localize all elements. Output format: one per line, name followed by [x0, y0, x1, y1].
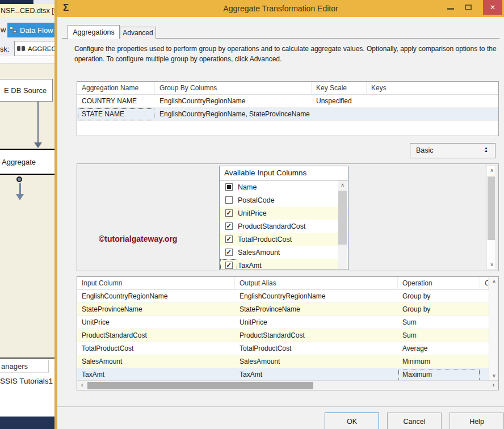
table-row[interactable]: SalesAmount SalesAmount Minimum	[77, 355, 489, 368]
close-button[interactable]: ✕	[483, 0, 502, 15]
cell-aggregation-name: COUNTRY NAME	[77, 95, 155, 108]
column-header[interactable]: Key Scale	[312, 82, 367, 95]
table-row[interactable]: EnglishCountryRegionName EnglishCountryR…	[77, 290, 489, 303]
dialog-titlebar[interactable]: Σ Aggregate Transformation Editor ✕	[57, 0, 504, 17]
dialog-title: Aggregate Transformation Editor	[57, 0, 504, 17]
checkbox-checked[interactable]: ✓	[225, 249, 233, 256]
scrollbar-thumb[interactable]	[338, 191, 347, 245]
table-row[interactable]: COUNTRY NAME EnglishCountryRegionName Un…	[77, 95, 498, 108]
name-column-header[interactable]: Name	[238, 183, 257, 191]
cell-group-by: EnglishCountryRegionName, StateProvinceN…	[155, 108, 312, 121]
connection-manager-item[interactable]: SSIS Tutorials1	[0, 377, 53, 385]
column-header[interactable]: Operation	[398, 277, 480, 290]
data-flow-tab-label: Data Flow	[20, 26, 53, 35]
cell-group-by: EnglishCountryRegionName	[155, 95, 312, 108]
maximize-button[interactable]	[465, 5, 472, 10]
task-label-partial: sk:	[0, 45, 10, 53]
scroll-down-icon[interactable]: ∨	[489, 371, 499, 380]
ole-db-source-box[interactable]: E DB Source	[0, 79, 53, 102]
available-input-columns-list: Name PostalCode ✓ UnitPrice ✓ Product	[220, 180, 348, 270]
list-item[interactable]: ✓ SalesAmount	[220, 246, 348, 259]
scroll-down-icon[interactable]: ∨	[487, 260, 497, 269]
status-bar	[0, 417, 57, 429]
table-row[interactable]: TotalProductCost TotalProductCost Averag…	[77, 342, 489, 355]
vs-top-notch	[33, 0, 57, 4]
table-row[interactable]: ProductStandardCost ProductStandardCost …	[77, 329, 489, 342]
checkbox-checked[interactable]: ✓	[225, 235, 233, 243]
scrollbar-thumb[interactable]	[87, 382, 313, 389]
table-row-selected[interactable]: TaxAmt TaxAmt Maximum	[77, 368, 489, 380]
cell-keys	[367, 108, 498, 121]
basic-advanced-toggle-button[interactable]: Basic ▲▲	[410, 143, 495, 158]
operation-cell-focused[interactable]: Maximum	[398, 368, 480, 380]
column-header[interactable]: Group By Columns	[155, 82, 312, 95]
design-surface: E DB Source Aggregate	[0, 64, 57, 358]
cell-key-scale	[312, 108, 367, 121]
scroll-right-icon[interactable]: ›	[489, 381, 498, 390]
output-grid-header: Input Column Output Alias Operation Comp…	[77, 277, 489, 290]
checkbox-unchecked[interactable]	[225, 196, 233, 204]
table-row-selected[interactable]: STATE NAME EnglishCountryRegionName, Sta…	[77, 108, 498, 121]
toolbar-gap	[0, 56, 57, 64]
aggregations-grid: Aggregation Name Group By Columns Key Sc…	[77, 81, 499, 136]
panel-vertical-scrollbar[interactable]: ∧ ∨	[486, 165, 496, 270]
table-row[interactable]: StateProvinceName StateProvinceName Grou…	[77, 303, 489, 316]
column-header[interactable]: Keys	[367, 82, 498, 95]
data-flow-icon	[10, 27, 17, 33]
list-header-row[interactable]: Name	[220, 180, 348, 194]
connection-managers-panel: anagers SSIS Tutorials1	[0, 358, 57, 417]
list-vertical-scrollbar[interactable]: ∧	[338, 180, 347, 269]
help-button[interactable]: Help	[450, 413, 504, 429]
list-item[interactable]: ✓ TotalProductCost	[220, 233, 348, 246]
tab-advanced[interactable]: Advanced	[120, 27, 156, 39]
cancel-button[interactable]: Cancel	[387, 413, 442, 429]
connector-line	[19, 183, 21, 195]
list-item[interactable]: PostalCode	[220, 194, 348, 207]
checkbox-checked[interactable]: ✓	[225, 262, 233, 269]
task-dropdown[interactable]: AGGREG	[14, 41, 57, 56]
list-item[interactable]: ✓ ProductStandardCost	[220, 220, 348, 233]
aggregate-box[interactable]: Aggregate	[0, 149, 57, 175]
basic-button-label: Basic	[416, 144, 434, 158]
cell-keys	[367, 95, 498, 108]
select-all-checkbox[interactable]	[225, 183, 233, 191]
collapse-up-icon: ▲▲	[484, 146, 488, 152]
checkbox-checked[interactable]: ✓	[225, 209, 233, 217]
footer-divider	[57, 406, 504, 407]
connector-line	[37, 102, 39, 143]
scroll-up-icon[interactable]: ∧	[487, 166, 497, 175]
screenshot-root: NSF...CED.dtsx [De w Data Flow sk: AGGRE…	[0, 0, 504, 429]
list-item[interactable]: ✓ UnitPrice	[220, 207, 348, 220]
flow-label-partial: w	[1, 26, 6, 34]
column-header[interactable]: Output Alias	[235, 277, 398, 290]
connector-arrow-icon	[16, 194, 24, 200]
connection-managers-tab[interactable]: anagers	[0, 360, 49, 373]
available-input-columns-panel: Available Input Columns Name PostalCode …	[219, 166, 348, 270]
list-item[interactable]: ✓ TaxAmt	[220, 259, 348, 270]
column-header[interactable]: Aggregation Name	[77, 82, 155, 95]
column-header[interactable]: Input Column	[77, 277, 235, 290]
ok-button[interactable]: OK	[325, 413, 379, 429]
column-header[interactable]: Compa	[480, 277, 489, 290]
aggregations-grid-header: Aggregation Name Group By Columns Key Sc…	[77, 82, 498, 95]
document-tab[interactable]: NSF...CED.dtsx [De	[0, 4, 57, 18]
tab-data-flow[interactable]: Data Flow	[7, 23, 57, 37]
scroll-up-icon[interactable]: ∧	[489, 277, 499, 286]
aggregate-transformation-editor-dialog: Σ Aggregate Transformation Editor ✕ Aggr…	[54, 0, 504, 429]
dialog-client-area: Aggregations Advanced Configure the prop…	[57, 17, 504, 429]
grid-vertical-scrollbar[interactable]: ∧ ∨	[489, 277, 498, 380]
cell-key-scale: Unspecified	[312, 95, 367, 108]
cell-aggregation-name[interactable]: STATE NAME	[77, 108, 155, 121]
grid-horizontal-scrollbar[interactable]: ‹ ›	[77, 380, 498, 390]
scroll-up-icon[interactable]: ∧	[338, 180, 347, 190]
group-by-designer-panel: ©tutorialgateway.org Available Input Col…	[77, 163, 499, 271]
output-grid-content: Input Column Output Alias Operation Comp…	[77, 277, 489, 380]
checkbox-checked[interactable]: ✓	[225, 222, 233, 230]
scrollbar-thumb[interactable]	[488, 176, 495, 240]
connector-arrow-icon	[34, 142, 42, 148]
minimize-button[interactable]	[447, 8, 454, 10]
tab-aggregations[interactable]: Aggregations	[68, 25, 120, 39]
close-icon: ✕	[490, 3, 495, 11]
table-row[interactable]: UnitPrice UnitPrice Sum	[77, 316, 489, 329]
scroll-left-icon[interactable]: ‹	[77, 381, 87, 390]
